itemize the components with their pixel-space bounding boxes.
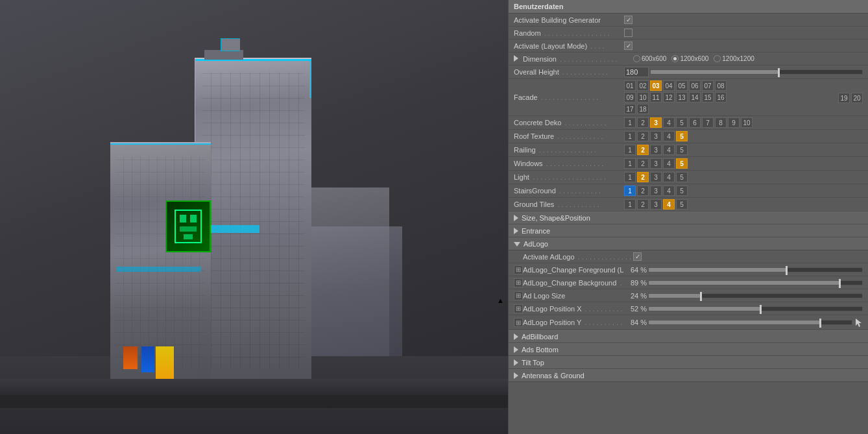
ground-tile-2[interactable]: 2 [637, 199, 649, 210]
entrance-label: Entrance [522, 227, 550, 235]
antennas-ground-header[interactable]: Antennas & Ground [509, 369, 868, 382]
facade-tile-02[interactable]: 02 [637, 80, 649, 91]
stairsground-tile-3[interactable]: 3 [650, 186, 662, 196]
windows-tile-5[interactable]: 5 [676, 158, 688, 169]
concrete-tile-7[interactable]: 7 [702, 117, 714, 128]
railing-tile-5[interactable]: 5 [676, 145, 688, 155]
ground-tile-1[interactable]: 1 [624, 199, 636, 210]
adlogo-foreground-track[interactable] [648, 267, 863, 272]
facade-tile-08[interactable]: 08 [715, 80, 727, 91]
facade-tile-04[interactable]: 04 [663, 80, 675, 91]
facade-tile-03[interactable]: 03 [650, 80, 662, 91]
windows-tile-2[interactable]: 2 [637, 158, 649, 169]
adlogo-position-x-icon[interactable] [514, 304, 523, 313]
facade-tile-06[interactable]: 06 [689, 80, 701, 91]
stairsground-tile-4[interactable]: 4 [663, 186, 675, 196]
windows-tile-4[interactable]: 4 [663, 158, 675, 169]
building-bg2 [311, 226, 402, 356]
concrete-tile-6[interactable]: 6 [689, 117, 701, 128]
concrete-tile-3[interactable]: 3 [650, 117, 662, 128]
facade-tile-18[interactable]: 18 [637, 104, 649, 114]
ground-tile-3[interactable]: 3 [650, 199, 662, 210]
dimension-collapse-icon[interactable] [514, 55, 523, 63]
random-checkbox[interactable] [624, 29, 633, 37]
concrete-tile-2[interactable]: 2 [637, 117, 649, 128]
ground-tile-4[interactable]: 4 [663, 199, 675, 210]
ad-sign-2 [141, 346, 154, 372]
facade-tile-09[interactable]: 09 [624, 92, 636, 102]
adlogo-background-track[interactable] [648, 280, 863, 285]
adlogo-position-y-thumb [819, 319, 821, 328]
light-tile-1[interactable]: 1 [624, 172, 636, 182]
facade-tile-10[interactable]: 10 [637, 92, 649, 102]
facade-tile-15[interactable]: 15 [702, 92, 714, 102]
facade-tile-16[interactable]: 16 [715, 92, 727, 102]
adlogo-size-track[interactable] [648, 293, 863, 298]
overall-height-input[interactable] [624, 67, 649, 77]
adlogo-position-x-slider[interactable] [648, 306, 863, 311]
ads-bottom-header[interactable]: Ads Bottom [509, 343, 868, 356]
roof-tile-2[interactable]: 2 [637, 131, 649, 141]
facade-tile-19[interactable]: 19 [838, 93, 850, 103]
facade-tile-12[interactable]: 12 [663, 92, 675, 102]
railing-tile-2[interactable]: 2 [637, 145, 649, 155]
concrete-tile-8[interactable]: 8 [715, 117, 727, 128]
ground-tile-5[interactable]: 5 [676, 199, 688, 210]
railing-tile-1[interactable]: 1 [624, 145, 636, 155]
activate-layout-mode-checkbox[interactable] [624, 42, 633, 50]
adlogo-size-slider[interactable] [648, 293, 863, 298]
panel-content[interactable]: Activate Building Generator Random . . .… [509, 14, 868, 434]
facade-tile-14[interactable]: 14 [689, 92, 701, 102]
concrete-tile-9[interactable]: 9 [728, 117, 740, 128]
railing-tile-4[interactable]: 4 [663, 145, 675, 155]
light-tile-2[interactable]: 2 [637, 172, 649, 182]
entrance-header[interactable]: Entrance [509, 224, 868, 237]
adlogo-position-y-slider[interactable] [648, 320, 852, 325]
facade-tile-17[interactable]: 17 [624, 104, 636, 114]
adlogo-position-x-track[interactable] [648, 306, 863, 311]
roof-tile-5[interactable]: 5 [676, 131, 688, 141]
concrete-tile-10[interactable]: 10 [741, 117, 753, 128]
slider-track[interactable] [650, 69, 863, 75]
activate-building-generator-checkbox[interactable] [624, 16, 633, 24]
concrete-tile-5[interactable]: 5 [676, 117, 688, 128]
facade-tile-20[interactable]: 20 [851, 93, 863, 103]
windows-tile-3[interactable]: 3 [650, 158, 662, 169]
activate-adlogo-checkbox[interactable] [633, 252, 642, 261]
tilt-top-header[interactable]: Tilt Top [509, 356, 868, 369]
concrete-tile-1[interactable]: 1 [624, 117, 636, 128]
stairsground-tile-2[interactable]: 2 [637, 186, 649, 196]
light-tile-4[interactable]: 4 [663, 172, 675, 182]
light-tile-5[interactable]: 5 [676, 172, 688, 182]
facade-tile-13[interactable]: 13 [676, 92, 688, 102]
facade-tile-01[interactable]: 01 [624, 80, 636, 91]
adlogo-background-row: AdLogo_Change Background . . . . . 89 % [509, 276, 868, 289]
adlogo-background-icon[interactable] [514, 278, 523, 287]
adlogo-position-y-track[interactable] [648, 320, 852, 325]
railing-tile-group: 1 2 3 4 5 [624, 145, 688, 155]
stairsground-tile-1[interactable]: 1 [624, 186, 636, 196]
windows-tile-1[interactable]: 1 [624, 158, 636, 169]
size-shape-position-header[interactable]: Size, Shape&Position [509, 211, 868, 224]
concrete-tile-4[interactable]: 4 [663, 117, 675, 128]
overall-height-slider[interactable] [650, 69, 863, 75]
light-tile-3[interactable]: 3 [650, 172, 662, 182]
adbillboard-header[interactable]: AdBillboard [509, 330, 868, 343]
facade-tile-11[interactable]: 11 [650, 92, 662, 102]
roof-tile-3[interactable]: 3 [650, 131, 662, 141]
dimension-radio-1200x1200[interactable]: 1200x1200 [714, 55, 754, 62]
facade-tile-05[interactable]: 05 [676, 80, 688, 91]
facade-tile-07[interactable]: 07 [702, 80, 714, 91]
adlogo-background-slider[interactable] [648, 280, 863, 285]
adlogo-foreground-slider[interactable] [648, 267, 863, 272]
dimension-radio-1200x600[interactable]: 1200x600 [671, 55, 708, 62]
adlogo-foreground-icon[interactable] [514, 265, 523, 274]
railing-tile-3[interactable]: 3 [650, 145, 662, 155]
dimension-radio-600x600[interactable]: 600x600 [633, 55, 666, 62]
adlogo-size-icon[interactable] [514, 291, 523, 300]
adlogo-position-y-icon[interactable] [514, 318, 523, 327]
roof-tile-4[interactable]: 4 [663, 131, 675, 141]
adlogo-header[interactable]: AdLogo [509, 237, 868, 250]
roof-tile-1[interactable]: 1 [624, 131, 636, 141]
stairsground-tile-5[interactable]: 5 [676, 186, 688, 196]
